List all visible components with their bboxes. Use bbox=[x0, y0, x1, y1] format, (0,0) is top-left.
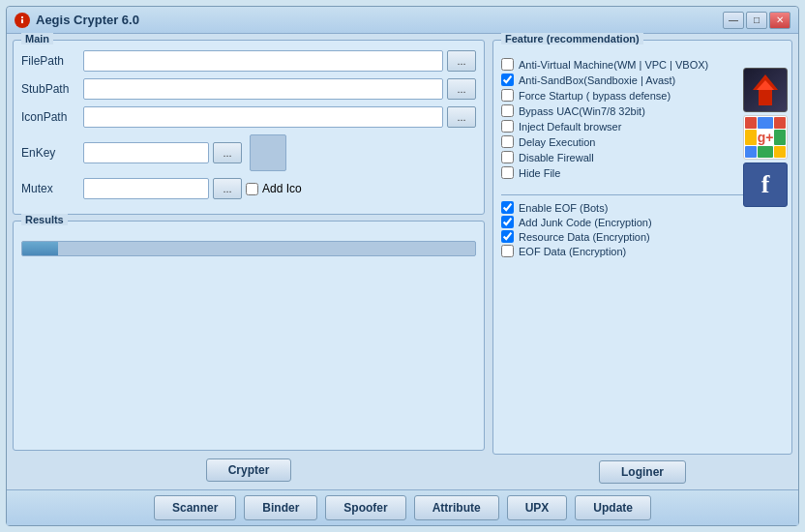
ico-preview bbox=[250, 134, 286, 171]
gplus-social-icon[interactable]: g+ bbox=[743, 115, 788, 160]
mutex-row: Mutex ... Add Ico bbox=[21, 178, 476, 199]
add-ico-label: Add Ico bbox=[262, 182, 302, 195]
bottom-toolbar: Scanner Binder Spoofer Attribute UPX Upd… bbox=[7, 489, 798, 525]
feature-anti-vm: Anti-Virtual Machine(WM | VPC | VBOX) bbox=[501, 58, 784, 71]
feature-group: Feature (recommendation) Anti-Virtual Ma… bbox=[492, 40, 792, 455]
feature-checkboxes: Anti-Virtual Machine(WM | VPC | VBOX) An… bbox=[501, 52, 784, 179]
main-window: Aegis Crypter 6.0 — □ ✕ Main FilePath ..… bbox=[6, 6, 799, 526]
feature-bypass-uac: Bypass UAC(Win7/8 32bit) bbox=[501, 104, 784, 117]
enkey-label: EnKey bbox=[21, 146, 79, 160]
feature-group-label: Feature (recommendation) bbox=[501, 33, 643, 44]
scanner-button[interactable]: Scanner bbox=[154, 495, 236, 520]
encryption-section: Enable EOF (Bots) Add Junk Code (Encrypt… bbox=[501, 194, 784, 257]
iconpath-browse-button[interactable]: ... bbox=[447, 106, 476, 128]
iconpath-row: IconPath ... bbox=[21, 106, 476, 128]
titlebar: Aegis Crypter 6.0 — □ ✕ bbox=[7, 7, 798, 34]
anti-vm-label: Anti-Virtual Machine(WM | VPC | VBOX) bbox=[519, 59, 708, 71]
social-icons: g+ f bbox=[743, 68, 788, 207]
delay-exec-checkbox[interactable] bbox=[501, 135, 514, 148]
bypass-uac-label: Bypass UAC(Win7/8 32bit) bbox=[519, 105, 645, 117]
feature-inject-browser: Inject Default browser bbox=[501, 120, 784, 133]
enc-resource-data: Resource Data (Encryption) bbox=[501, 230, 784, 243]
facebook-social-icon[interactable]: f bbox=[743, 163, 788, 207]
feature-anti-sb: Anti-SandBox(Sandboxie | Avast) bbox=[501, 74, 784, 86]
inject-browser-label: Inject Default browser bbox=[519, 121, 621, 133]
results-group: Results bbox=[13, 221, 485, 451]
loginer-row: Loginer bbox=[492, 460, 792, 484]
mutex-browse-button[interactable]: ... bbox=[213, 178, 242, 199]
loginer-button[interactable]: Loginer bbox=[599, 460, 686, 484]
feature-hide-file: Hide File bbox=[501, 166, 784, 179]
enc-add-junk: Add Junk Code (Encryption) bbox=[501, 216, 784, 228]
main-group: Main FilePath ... StubPath ... IconPath bbox=[13, 40, 485, 215]
delay-exec-label: Delay Execution bbox=[519, 136, 596, 148]
enkey-browse-button[interactable]: ... bbox=[213, 142, 242, 163]
mutex-input[interactable] bbox=[83, 178, 209, 199]
disable-fw-label: Disable Firewall bbox=[519, 152, 594, 163]
add-ico-wrap: Add Ico bbox=[246, 182, 302, 195]
progress-bar-track bbox=[21, 241, 476, 256]
stubpath-row: StubPath ... bbox=[21, 78, 476, 100]
enkey-input[interactable] bbox=[83, 142, 209, 163]
anti-vm-checkbox[interactable] bbox=[501, 58, 514, 71]
hide-file-label: Hide File bbox=[519, 167, 560, 179]
spoofer-button[interactable]: Spoofer bbox=[325, 495, 405, 520]
enable-eof-label: Enable EOF (Bots) bbox=[519, 202, 608, 214]
add-junk-label: Add Junk Code (Encryption) bbox=[519, 217, 652, 228]
anti-sb-label: Anti-SandBox(Sandboxie | Avast) bbox=[519, 74, 675, 86]
force-startup-checkbox[interactable] bbox=[501, 89, 514, 102]
resource-data-label: Resource Data (Encryption) bbox=[519, 231, 650, 243]
eof-data-label: EOF Data (Encryption) bbox=[519, 246, 626, 257]
crypter-button[interactable]: Crypter bbox=[206, 458, 292, 482]
enc-enable-eof: Enable EOF (Bots) bbox=[501, 201, 784, 214]
eof-data-checkbox[interactable] bbox=[501, 245, 514, 257]
attribute-button[interactable]: Attribute bbox=[414, 495, 499, 520]
left-panel: Main FilePath ... StubPath ... IconPath bbox=[13, 40, 485, 484]
stubpath-label: StubPath bbox=[21, 82, 79, 96]
feature-delay-exec: Delay Execution bbox=[501, 135, 784, 148]
inject-browser-checkbox[interactable] bbox=[501, 120, 514, 133]
bypass-uac-checkbox[interactable] bbox=[501, 104, 514, 117]
anti-sb-checkbox[interactable] bbox=[501, 74, 514, 86]
update-button[interactable]: Update bbox=[575, 495, 651, 520]
app-icon bbox=[15, 13, 30, 28]
aegis-social-icon[interactable] bbox=[743, 68, 788, 112]
resource-data-checkbox[interactable] bbox=[501, 230, 514, 243]
filepath-input[interactable] bbox=[83, 50, 443, 72]
iconpath-input[interactable] bbox=[83, 106, 443, 128]
svg-rect-1 bbox=[21, 19, 23, 23]
feature-force-startup: Force Startup ( bypass defense) bbox=[501, 89, 784, 102]
window-title: Aegis Crypter 6.0 bbox=[36, 13, 139, 27]
window-controls: — □ ✕ bbox=[723, 12, 790, 29]
enable-eof-checkbox[interactable] bbox=[501, 201, 514, 214]
filepath-label: FilePath bbox=[21, 54, 79, 68]
close-button[interactable]: ✕ bbox=[769, 12, 790, 29]
add-ico-checkbox[interactable] bbox=[246, 183, 258, 195]
feature-divider bbox=[501, 179, 784, 187]
main-group-label: Main bbox=[21, 33, 53, 44]
crypter-row: Crypter bbox=[13, 457, 485, 484]
minimize-button[interactable]: — bbox=[723, 12, 744, 29]
binder-button[interactable]: Binder bbox=[244, 495, 317, 520]
filepath-row: FilePath ... bbox=[21, 50, 476, 72]
enc-eof-data: EOF Data (Encryption) bbox=[501, 245, 784, 257]
upx-button[interactable]: UPX bbox=[507, 495, 568, 520]
content-area: Main FilePath ... StubPath ... IconPath bbox=[7, 34, 798, 489]
mutex-label: Mutex bbox=[21, 182, 79, 195]
feature-disable-fw: Disable Firewall bbox=[501, 151, 784, 163]
right-panel: Feature (recommendation) Anti-Virtual Ma… bbox=[492, 40, 792, 484]
stubpath-browse-button[interactable]: ... bbox=[447, 78, 476, 100]
stubpath-input[interactable] bbox=[83, 78, 443, 100]
force-startup-label: Force Startup ( bypass defense) bbox=[519, 90, 671, 102]
svg-rect-2 bbox=[21, 16, 23, 18]
iconpath-label: IconPath bbox=[21, 110, 79, 124]
enkey-row: EnKey ... bbox=[21, 134, 476, 171]
hide-file-checkbox[interactable] bbox=[501, 166, 514, 179]
add-junk-checkbox[interactable] bbox=[501, 216, 514, 228]
titlebar-left: Aegis Crypter 6.0 bbox=[15, 13, 139, 28]
results-group-label: Results bbox=[21, 214, 68, 225]
filepath-browse-button[interactable]: ... bbox=[447, 50, 476, 72]
progress-bar-fill bbox=[22, 242, 58, 255]
maximize-button[interactable]: □ bbox=[746, 12, 767, 29]
disable-fw-checkbox[interactable] bbox=[501, 151, 514, 163]
